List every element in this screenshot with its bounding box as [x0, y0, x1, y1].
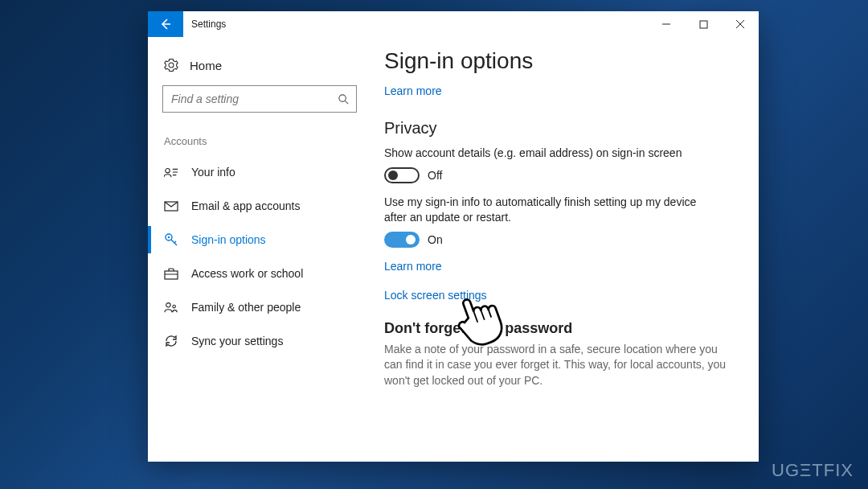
- svg-point-5: [168, 236, 170, 238]
- people-icon: [164, 302, 178, 313]
- close-button[interactable]: [722, 11, 759, 37]
- home-label: Home: [190, 59, 222, 72]
- category-header: Accounts: [162, 135, 357, 147]
- learn-more-link-privacy[interactable]: Learn more: [384, 260, 442, 273]
- sidebar-item-label: Sync your settings: [191, 335, 283, 347]
- show-details-toggle-row: Off: [384, 167, 733, 183]
- search-input[interactable]: [171, 92, 338, 105]
- sidebar-item-access-work-school[interactable]: Access work or school: [162, 257, 357, 290]
- key-icon: [164, 232, 178, 247]
- show-details-toggle[interactable]: [384, 167, 420, 183]
- minimize-icon: [661, 19, 671, 29]
- sidebar-item-sync-settings[interactable]: Sync your settings: [162, 324, 357, 358]
- minimize-button[interactable]: [648, 11, 685, 37]
- page-title: Sign-in options: [384, 48, 733, 74]
- svg-point-7: [166, 303, 170, 307]
- gear-icon: [164, 58, 178, 72]
- password-reminder-body: Make a note of your password in a safe, …: [384, 342, 733, 389]
- search-input-wrapper[interactable]: [162, 85, 357, 113]
- window-controls: [648, 11, 759, 37]
- use-signin-desc: Use my sign-in info to automatically fin…: [384, 195, 722, 225]
- sidebar-item-label: Family & other people: [191, 301, 301, 314]
- password-reminder-heading: Don't forget your password: [384, 320, 733, 337]
- show-details-desc: Show account details (e.g. email address…: [384, 146, 722, 161]
- svg-point-8: [173, 305, 176, 308]
- use-signin-toggle-row: On: [384, 232, 733, 248]
- svg-rect-0: [700, 21, 707, 28]
- window-body: Home Accounts Your info Email & app: [148, 37, 759, 462]
- svg-point-1: [339, 94, 346, 101]
- show-details-state: Off: [428, 169, 442, 182]
- use-signin-toggle[interactable]: [384, 232, 420, 248]
- briefcase-icon: [164, 268, 178, 280]
- sidebar-item-sign-in-options[interactable]: Sign-in options: [162, 223, 357, 257]
- back-arrow-icon: [159, 18, 172, 31]
- titlebar: Settings: [148, 11, 759, 37]
- home-nav[interactable]: Home: [162, 55, 357, 85]
- sidebar-item-label: Sign-in options: [191, 233, 266, 246]
- sidebar-item-your-info[interactable]: Your info: [162, 155, 357, 189]
- privacy-heading: Privacy: [384, 119, 733, 138]
- sidebar-item-family-people[interactable]: Family & other people: [162, 290, 357, 324]
- back-button[interactable]: [148, 11, 183, 37]
- window-title: Settings: [183, 11, 648, 37]
- your-info-icon: [164, 166, 178, 178]
- sidebar-item-label: Email & app accounts: [191, 199, 300, 212]
- maximize-icon: [699, 20, 708, 29]
- use-signin-state: On: [428, 233, 443, 246]
- email-icon: [164, 201, 178, 212]
- sidebar-item-label: Access work or school: [191, 267, 303, 280]
- svg-rect-6: [165, 271, 178, 279]
- lock-screen-settings-link[interactable]: Lock screen settings: [384, 289, 487, 302]
- learn-more-link-top[interactable]: Learn more: [384, 84, 442, 97]
- search-icon: [338, 93, 350, 105]
- sidebar-item-label: Your info: [191, 166, 235, 179]
- sync-icon: [164, 334, 178, 348]
- close-icon: [735, 19, 745, 29]
- watermark: UGΞTFIX: [772, 460, 854, 481]
- sidebar-item-email-accounts[interactable]: Email & app accounts: [162, 189, 357, 223]
- maximize-button[interactable]: [685, 11, 722, 37]
- content-pane: Sign-in options Learn more Privacy Show …: [371, 37, 759, 462]
- svg-point-2: [166, 169, 170, 173]
- settings-window: Settings Home: [148, 11, 759, 462]
- sidebar: Home Accounts Your info Email & app: [148, 37, 371, 462]
